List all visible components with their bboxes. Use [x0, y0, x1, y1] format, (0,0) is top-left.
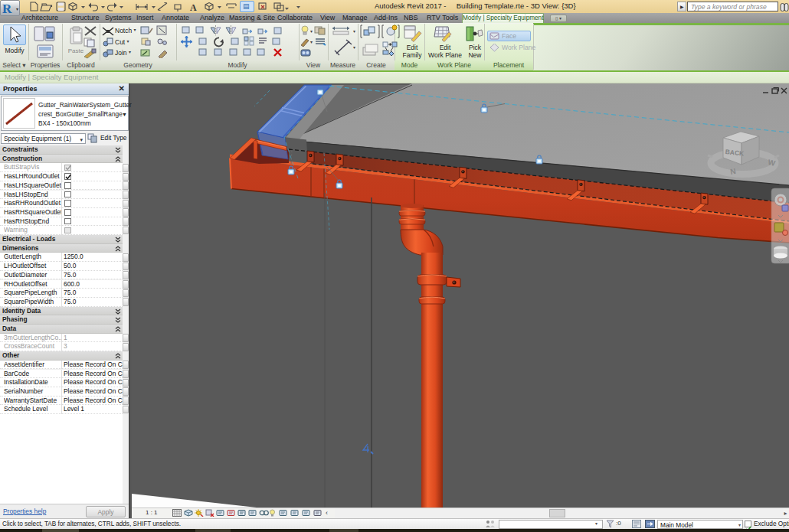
svg-text:A: A	[190, 2, 197, 12]
